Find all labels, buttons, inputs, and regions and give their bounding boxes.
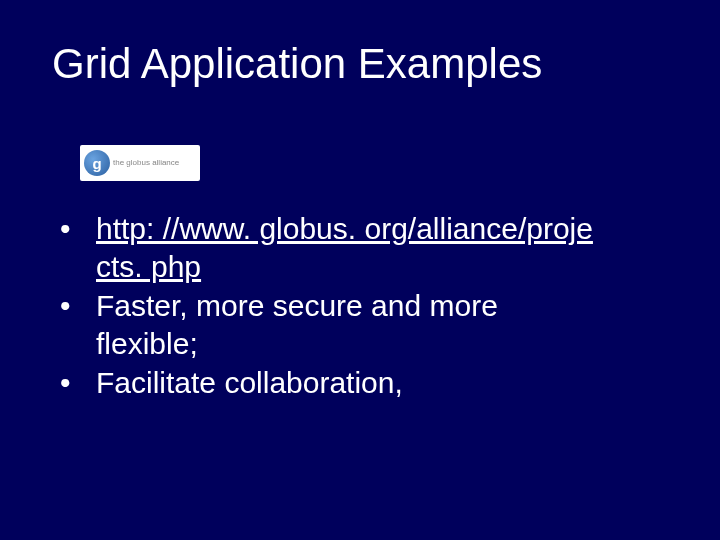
bullet-marker: • [60,210,96,285]
bullet-item: • Faster, more secure and moreflexible; [60,287,680,362]
bullet-body: http: //www. globus. org/alliance/projec… [96,210,680,285]
slide-title: Grid Application Examples [52,40,542,88]
bullet-list: • http: //www. globus. org/alliance/proj… [60,210,680,404]
slide: Grid Application Examples g the globus a… [0,0,720,540]
globus-logo: g the globus alliance [80,145,200,181]
bullet-text: Facilitate collaboration, [96,364,680,402]
globus-logo-text: the globus alliance [113,159,179,167]
bullet-marker: • [60,287,96,362]
bullet-item: • http: //www. globus. org/alliance/proj… [60,210,680,285]
link-globus-projects[interactable]: http: //www. globus. org/alliance/projec… [96,212,593,283]
globus-logo-icon: g [84,150,110,176]
bullet-marker: • [60,364,96,402]
bullet-text: Faster, more secure and moreflexible; [96,287,680,362]
bullet-item: • Facilitate collaboration, [60,364,680,402]
